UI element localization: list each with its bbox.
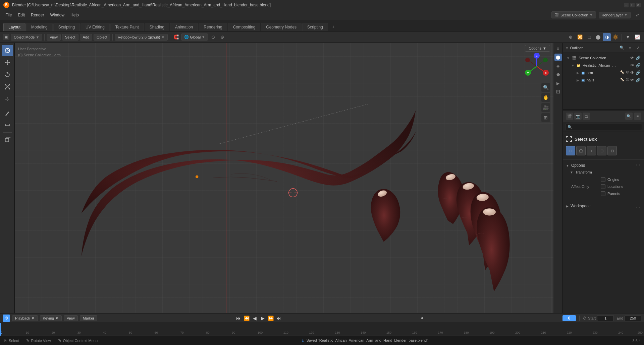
select-menu-btn[interactable]: Select [62, 34, 78, 41]
add-cube-btn[interactable] [2, 134, 13, 145]
object-menu-btn[interactable]: Object [94, 34, 110, 41]
keying-btn[interactable]: Keying ▼ [40, 315, 62, 321]
parents-checkbox[interactable] [601, 191, 605, 196]
tab-texture-paint[interactable]: Texture Paint [110, 23, 144, 31]
solid-btn[interactable]: ⬤ [594, 33, 602, 41]
view-menu-btn[interactable]: View [47, 34, 61, 41]
overlay-dropdown-btn[interactable]: ⊕ [567, 33, 575, 41]
object-mode-dropdown[interactable]: Object Mode ▼ [11, 34, 42, 41]
timeline-icon[interactable]: ⏱ [3, 315, 10, 322]
maximize-button[interactable]: □ [630, 3, 635, 7]
tab-animation[interactable]: Animation [170, 23, 198, 31]
sel-mode-lasso[interactable]: ⌖ [587, 146, 596, 155]
ortho-view-icon[interactable]: ⊞ [541, 113, 550, 122]
transform-tool-btn[interactable]: ⊹ [2, 93, 13, 105]
props-icon-scene[interactable]: 🎬 [566, 113, 573, 120]
outliner-icon[interactable]: ≡ [554, 45, 562, 52]
start-frame-input[interactable]: 1 [597, 315, 614, 321]
realistic-eye-icon[interactable]: 👁 [630, 63, 634, 68]
viewport-shading-options-btn[interactable]: ▼ [624, 33, 632, 41]
video-sequencer-icon[interactable]: ▶ [554, 80, 562, 87]
renderlayer-selector[interactable]: RenderLayer ▼ [599, 12, 631, 18]
outliner-expand-icon[interactable]: ⤢ [635, 45, 641, 51]
cursor-tool-btn[interactable] [2, 45, 13, 56]
marker-btn[interactable]: Marker [80, 315, 97, 321]
tab-rendering[interactable]: Rendering [199, 23, 227, 31]
snap-magnet-icon[interactable]: 🧲 [172, 33, 180, 41]
properties-icon[interactable]: ⬤ [554, 54, 562, 61]
arm-lock-icon[interactable]: 🔗 [636, 70, 641, 75]
props-icon-render[interactable]: 📷 [574, 113, 582, 120]
menu-edit[interactable]: Edit [15, 12, 28, 18]
window-controls[interactable]: ─ □ ✕ [624, 3, 641, 7]
origins-checkbox[interactable] [601, 177, 605, 182]
rendered-btn[interactable]: 🔆 [611, 33, 620, 41]
props-icon-view-layer[interactable]: 🗂 [583, 113, 590, 120]
tab-scripting[interactable]: Scripting [302, 23, 328, 31]
add-menu-btn[interactable]: Add [80, 34, 93, 41]
gizmo-toggle-btn[interactable]: 🔀 [576, 33, 584, 41]
props-search-input[interactable] [565, 124, 642, 130]
collection-realistic-expand[interactable]: ▼ [571, 64, 575, 67]
scene-selector[interactable]: 🎬 Scene Collection ▼ [551, 11, 596, 18]
graph-icon[interactable]: 📈 [633, 33, 641, 41]
shader-editor-icon[interactable]: ⬟ [554, 71, 562, 78]
nails-eye-icon[interactable]: 👁 [630, 78, 634, 82]
proportional-edit-icon[interactable]: ⊙ [209, 33, 217, 41]
sel-mode-rect[interactable]: □ [566, 146, 575, 155]
scene-collection-item[interactable]: ▼ 🎬 Scene Collection 👁 🔗 [563, 54, 644, 62]
wireframe-btn[interactable]: ◻ [585, 33, 593, 41]
end-frame-input[interactable]: 250 [625, 315, 641, 321]
move-tool-btn[interactable] [2, 57, 13, 68]
workspace-header[interactable]: ▶ Workspace ⋮⋮ [566, 202, 641, 210]
playback-btn[interactable]: Playback ▼ [12, 315, 38, 321]
close-button[interactable]: ✕ [636, 3, 641, 7]
tab-modeling[interactable]: Modeling [26, 23, 53, 31]
zoom-to-fit-icon[interactable]: 🔍 [541, 83, 550, 92]
node-editor-icon[interactable]: ◈ [554, 62, 562, 70]
snap-icon[interactable]: ⊕ [218, 33, 226, 41]
tab-sculpting[interactable]: Sculpting [53, 23, 80, 31]
options-header[interactable]: ▼ Options ⋮⋮ [566, 162, 641, 169]
locations-checkbox[interactable] [601, 184, 605, 189]
step-forward-btn[interactable]: ⏩ [267, 315, 274, 322]
nails-expand-arrow[interactable]: ▶ [577, 78, 579, 82]
props-filter-icon[interactable]: ≡ [634, 113, 641, 120]
arm-eye-icon[interactable]: 👁 [630, 70, 634, 75]
viewport[interactable]: User Perspective (0) Scene Collection | … [15, 43, 553, 313]
nails-lock-icon[interactable]: 🔗 [636, 78, 641, 82]
material-preview-btn[interactable]: ◑ [603, 33, 611, 41]
expand-button[interactable]: ⤢ [633, 11, 641, 19]
menu-window[interactable]: Window [47, 12, 67, 18]
sel-mode-circle[interactable]: ◯ [576, 146, 586, 155]
tab-shading[interactable]: Shading [145, 23, 169, 31]
collection-lock-icon[interactable]: 🔗 [636, 56, 641, 60]
sel-mode-5[interactable]: ⊡ [607, 146, 617, 155]
menu-help[interactable]: Help [68, 12, 82, 18]
arm-expand-arrow[interactable]: ▶ [577, 71, 579, 75]
pan-icon[interactable]: ✋ [541, 93, 550, 102]
outliner-options-icon[interactable]: ≡ [627, 45, 633, 51]
realistic-lock-icon[interactable]: 🔗 [636, 63, 641, 68]
menu-file[interactable]: File [3, 12, 14, 18]
sel-mode-4[interactable]: ⊞ [597, 146, 606, 155]
tab-layout[interactable]: Layout [3, 23, 25, 31]
view-btn[interactable]: View [64, 315, 78, 321]
annotate-tool-btn[interactable] [2, 108, 13, 119]
transform-space-dropdown[interactable]: 🌐 Global ▼ [181, 33, 208, 41]
step-back-btn[interactable]: ⏪ [243, 315, 250, 322]
minimize-button[interactable]: ─ [624, 3, 629, 7]
collection-arm-item[interactable]: ▶ ▣ arm 🦴 ⛓ 👁 🔗 [563, 69, 644, 76]
tab-uv-editing[interactable]: UV Editing [80, 23, 110, 31]
measure-tool-btn[interactable] [2, 120, 13, 131]
outliner-filter-icon[interactable]: 🔍 [619, 45, 625, 51]
jump-end-btn[interactable]: ⏭ [275, 315, 282, 322]
timeline-track[interactable]: 0 10 20 30 40 50 60 70 80 90 100 110 120… [0, 323, 644, 336]
rotate-tool-btn[interactable] [2, 69, 13, 80]
orientation-gizmo[interactable]: Z X Y [523, 53, 550, 80]
collection-realistic[interactable]: ▼ 📁 Realistic_African_America 👁 🔗 [563, 62, 644, 69]
collection-eye-icon[interactable]: 👁 [630, 56, 634, 60]
props-search-icon[interactable]: 🔍 [625, 113, 633, 120]
collection-nails-item[interactable]: ▶ ▣ nails 🦴 ⛓ 👁 🔗 [563, 76, 644, 84]
play-reverse-btn[interactable]: ◀ [251, 315, 258, 322]
